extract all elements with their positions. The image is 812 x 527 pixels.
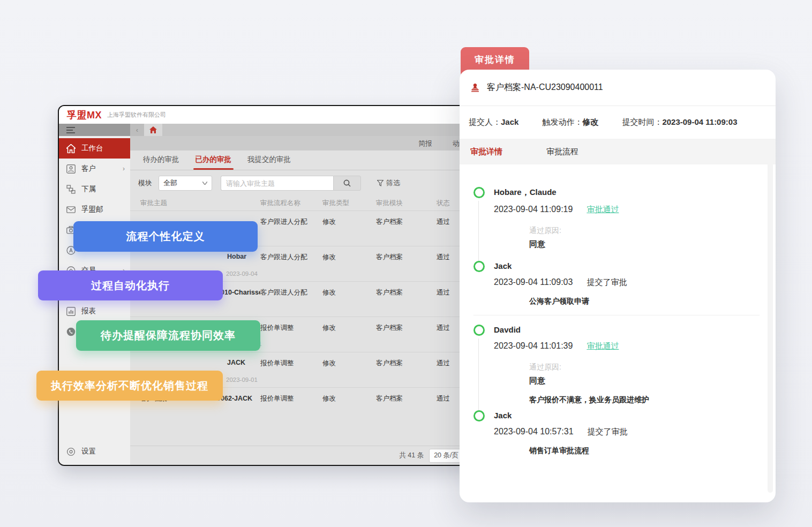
gear-icon [66, 447, 76, 456]
submitter-name: Jack [494, 410, 760, 420]
sidebar-item-reports[interactable]: 报表 [59, 301, 130, 321]
row-type: 修改 [322, 359, 376, 368]
col-header-flow-name: 审批流程名称 [260, 199, 322, 208]
home-icon [149, 126, 157, 133]
timeline-node-icon [473, 410, 485, 421]
hamburger-menu-icon[interactable] [66, 127, 75, 133]
approver-name: Davdid [494, 325, 760, 334]
row-flow: 报价单调整 [260, 323, 322, 333]
toolbar-link-brief[interactable]: 简报 [418, 139, 432, 148]
sidebar-item-subordinates[interactable]: 下属 [59, 179, 130, 199]
tab-processed-approvals[interactable]: 已办的审批 [196, 155, 232, 170]
col-header-type: 审批类型 [322, 199, 376, 208]
approval-note: 销售订单审批流程 [529, 446, 760, 456]
approval-detail-panel: 客户档案-NA-CU23090400011 提交人：Jack 触发动作：修改 提… [460, 70, 776, 502]
row-module: 客户档案 [376, 323, 437, 333]
panel-tabs: 审批详情 审批流程 [460, 139, 776, 164]
timeline-node-icon [473, 325, 485, 336]
timeline-entry: Jack 2023-09-04 11:09:03 提交了审批 公海客户领取申请 [473, 261, 760, 306]
window-strip: ‹ [59, 124, 474, 136]
timeline-connector [478, 201, 479, 263]
timeline-node-icon [473, 261, 485, 272]
stamp-icon [470, 83, 480, 93]
sidebar-item-mail[interactable]: 孚盟邮 [59, 199, 130, 220]
page-size-value: 20 条/页 [434, 451, 458, 460]
home-icon [66, 144, 76, 153]
row-module: 客户档案 [376, 359, 437, 368]
approval-time: 2023-09-04 11:09:03 [494, 277, 573, 287]
timeline-entry: Davdid 2023-09-04 11:01:39 审批通过 通过原因: 同意… [473, 325, 760, 410]
chevron-right-icon: › [123, 165, 125, 172]
total-count: 共 41 条 [399, 451, 424, 460]
submitted-text: 提交了审批 [587, 277, 627, 288]
module-select-value: 全部 [163, 178, 177, 188]
row-type: 修改 [322, 253, 376, 262]
row-title: Hobar [140, 253, 260, 260]
approval-passed-link[interactable]: 审批通过 [587, 205, 619, 215]
submitted-text: 提交了审批 [588, 427, 628, 437]
nav-back-button[interactable]: ‹ [130, 124, 144, 136]
approval-doc-title: 客户档案-NA-CU23090400011 [487, 82, 603, 93]
row-module: 客户档案 [376, 253, 437, 262]
trigger-action: 触发动作：修改 [542, 117, 598, 127]
panel-tab-flow[interactable]: 审批流程 [546, 147, 578, 157]
sidebar-item-label: 孚盟邮 [81, 205, 103, 214]
filter-toggle[interactable]: 筛选 [377, 178, 400, 188]
callout-process-automation: 过程自动化执行 [38, 270, 223, 300]
row-module: 客户档案 [376, 394, 437, 403]
reason-value: 同意 [529, 376, 760, 386]
person-icon [66, 164, 76, 174]
row-flow: 报价单调整 [260, 359, 322, 368]
tab-pending-approvals[interactable]: 待办的审批 [143, 155, 179, 170]
search-button[interactable] [333, 176, 361, 191]
callout-todo-reminder: 待办提醒保障流程协同效率 [76, 320, 260, 351]
company-name: 上海孚盟软件有限公司 [107, 111, 166, 119]
sidebar-item-customers[interactable]: 客户 › [59, 159, 130, 179]
approval-passed-link[interactable]: 审批通过 [587, 341, 619, 351]
row-module: 客户档案 [376, 217, 437, 227]
module-select[interactable]: 全部 [159, 176, 212, 191]
panel-meta: 提交人：Jack 触发动作：修改 提交时间：2023-09-04 11:09:0… [460, 106, 776, 139]
reason-label: 通过原因: [529, 226, 760, 236]
module-label: 模块 [138, 178, 152, 188]
home-tab[interactable] [144, 124, 162, 136]
content-toolbar: 简报 动态 [130, 136, 474, 150]
panel-scrollbar[interactable] [768, 155, 773, 493]
sidebar-item-workbench[interactable]: 工作台 [59, 138, 130, 159]
approval-timeline: Hobare，Claude 2023-09-04 11:09:19 审批通过 通… [460, 164, 776, 466]
filter-bar: 模块 全部 筛选 [130, 170, 474, 196]
search-input[interactable] [221, 176, 333, 191]
col-header-subject: 审批主题 [140, 199, 260, 208]
row-type: 修改 [322, 323, 376, 333]
callout-efficiency-analysis: 执行效率分析不断优化销售过程 [36, 371, 223, 401]
approval-time: 2023-09-04 11:01:39 [494, 341, 573, 351]
timeline-connector [478, 338, 479, 412]
approval-note: 公海客户领取申请 [529, 297, 760, 306]
col-header-module: 审批模块 [376, 199, 437, 208]
row-type: 修改 [322, 288, 376, 297]
sidebar-item-label: 报表 [81, 306, 96, 316]
row-type: 修改 [322, 217, 376, 227]
table-header: 审批主题 审批流程名称 审批类型 审批模块 状态 [130, 196, 474, 210]
submit-time: 提交时间：2023-09-04 11:09:03 [622, 117, 737, 127]
pagination-bar: 共 41 条 20 条/页 [130, 446, 474, 465]
approval-note: 客户报价不满意，换业务员跟进维护 [529, 395, 760, 405]
app-logo: 孚盟MX [67, 109, 102, 122]
row-flow: 客户跟进人分配 [260, 288, 322, 297]
submitter: 提交人：Jack [469, 117, 518, 127]
tab-my-submitted-approvals[interactable]: 我提交的审批 [247, 155, 291, 170]
timeline-group-divider [473, 315, 760, 315]
sidebar-item-label: 设置 [81, 447, 96, 456]
reason-label: 通过原因: [529, 363, 760, 372]
sidebar-item-settings[interactable]: 设置 [59, 441, 130, 462]
search-icon [343, 179, 351, 187]
panel-tab-detail[interactable]: 审批详情 [470, 147, 502, 157]
row-type: 修改 [322, 394, 376, 403]
timeline-node-icon [473, 187, 485, 198]
row-flow: 客户跟进人分配 [260, 217, 322, 227]
row-flow: 客户跟进人分配 [260, 253, 322, 262]
sidebar-item-label: 下属 [81, 184, 96, 194]
approver-name: Hobare，Claude [494, 187, 760, 198]
timeline-entry: Hobare，Claude 2023-09-04 11:09:19 审批通过 通… [473, 187, 760, 261]
row-title: JACK [140, 359, 260, 366]
